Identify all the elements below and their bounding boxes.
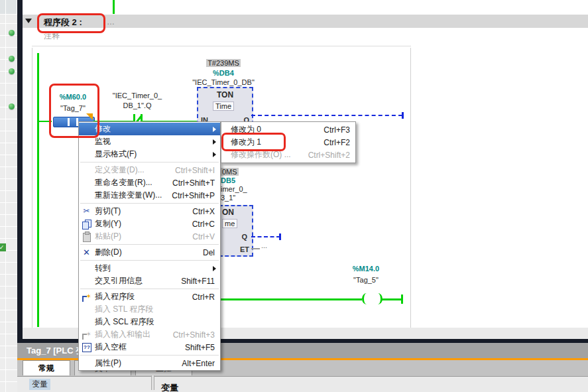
empty-box-icon: ?? [81,342,92,353]
submenu-arrow-icon [213,266,216,271]
timer2-block[interactable]: ON me Q ET [219,205,253,257]
coil-symbol[interactable] [373,293,382,304]
menu-item-delete[interactable]: ✕ 删除(D) Del [79,246,220,259]
timer2-pin-q: Q [241,233,247,241]
menu-separator [80,162,219,163]
menu-item-insert-network[interactable]: 插入程序段 Ctrl+R [79,291,220,303]
divider [32,46,411,46]
gutter-header-b [6,0,17,15]
timer1-q-wire-selected[interactable] [251,115,402,116]
submenu-arrow-icon [213,139,216,145]
menu-item-rename-tag[interactable]: 重命名变量(R)... Ctrl+Shift+T [79,176,220,189]
status-dot-icon [9,56,15,62]
menu-separator [80,260,219,261]
timer2-et-wire [251,248,260,249]
wire-end-tick [279,233,281,240]
menu-item-monitor[interactable]: 监视 [79,135,220,148]
scissors-icon: ✂ [81,206,92,217]
timer2-time-fragment: 0MS [221,168,239,176]
menu-item-insert-empty-box[interactable]: ?? 插入空框 Shift+F5 [79,341,220,354]
timer2-name-fragment2: 3_1" [221,194,235,202]
timer2-db-fragment[interactable]: DB5 [221,176,235,184]
timer2-subtype-fragment: me [222,219,237,228]
network-title-placeholder[interactable]: … [107,17,115,27]
previous-network-wire [113,0,115,14]
annotation-box-modify-to-1 [221,133,286,151]
timer1-db[interactable]: %DB4 [202,69,245,77]
collapse-triangle-icon[interactable] [25,19,32,23]
inspector-nav-item-variable[interactable]: 变量 [29,379,50,390]
wire-segment [221,298,362,300]
tab-general[interactable]: 常规 [23,360,70,375]
gutter-column-a [0,0,6,392]
timer1-time-value: T#239MS [202,59,245,67]
inspector-section-title: 变量 [161,382,178,392]
delete-x-icon: ✕ [81,247,92,258]
annotation-box-network-title [37,13,105,33]
menu-item-insert-io[interactable]: 插入输入和输出 Ctrl+Shift+3 [79,328,220,341]
contact2-tag-line1[interactable]: "IEC_Timer_0_ [105,92,170,99]
menu-item-go-to[interactable]: 转到 [79,262,220,275]
contact2-tag-line2[interactable]: DB_1".Q [105,101,170,109]
coil-symbol[interactable] [362,293,371,304]
copy-icon [81,218,92,229]
wire-end-tick [401,294,403,304]
timer2-q-wire-selected[interactable] [251,236,280,237]
coil-tag[interactable]: "Tag_5" [345,276,386,284]
coil-address[interactable]: %M14.0 [345,265,386,273]
menu-item-cross-references[interactable]: 交叉引用信息 Shift+F11 [79,275,220,287]
pane-splitter[interactable] [151,375,154,390]
status-dot-icon [9,68,15,74]
menu-item-rewire-tag[interactable]: 重新连接变量(W)... Ctrl+Shift+P [79,189,220,202]
menu-item-define-tag[interactable]: 定义变量(D)... Ctrl+Shift+I [79,164,220,176]
timer2-name-fragment1: imer_0_ [221,185,247,193]
status-dot-icon [9,30,15,36]
annotation-box-contact1 [49,84,99,138]
paste-icon [81,231,92,242]
timer1-name[interactable]: "IEC_Timer_0_DB" [188,78,259,86]
menu-item-insert-scl-network[interactable]: 插入 SCL 程序段 [79,316,220,328]
editor-left-divider [17,0,23,343]
submenu-arrow-icon [213,127,216,132]
timer2-et-value[interactable]: ... [261,241,267,249]
power-rail [37,53,39,327]
status-dot-icon [9,103,15,109]
menu-item-paste[interactable]: 粘贴(P) Ctrl+V [79,230,220,243]
menu-item-properties[interactable]: 属性(P) Alt+Enter [79,357,220,369]
wire-end-tick [402,112,404,119]
menu-separator [80,289,219,289]
submenu-arrow-icon [213,152,216,157]
timer1-type: TON [198,90,252,99]
timer1-subtype: Time [213,101,234,111]
menu-item-display-format[interactable]: 显示格式(F) [79,148,220,161]
network-box-left-border [32,48,32,328]
inspector-content: 变量 变量 [17,377,588,392]
tia-portal-lad-editor: ✓ 程序段 2 : … 注释 %M60.0 "Tag_7" "IEC_Timer… [0,0,588,392]
context-menu: 修改 监视 显示格式(F) 定义变量(D)... Ctrl+Shift+I 重命… [78,121,221,371]
menu-separator [80,244,219,245]
menu-item-modify[interactable]: 修改 [79,123,220,135]
menu-separator [80,355,219,356]
menu-item-insert-stl-network[interactable]: 插入 STL 程序段 [79,303,220,316]
timer2-type-fragment: ON [222,208,234,217]
menu-item-copy[interactable]: 复制(Y) Ctrl+C [79,218,220,230]
menu-item-cut[interactable]: ✂ 剪切(T) Ctrl+X [79,205,220,218]
menu-separator [80,203,219,204]
timer2-pin-et: ET [240,245,249,253]
insert-network-icon [81,291,92,302]
checkmark-icon: ✓ [0,243,6,251]
wire-segment [382,298,402,300]
network-box-right-border [410,48,411,338]
insert-io-icon [81,329,92,340]
gutter-header-a [0,0,6,15]
